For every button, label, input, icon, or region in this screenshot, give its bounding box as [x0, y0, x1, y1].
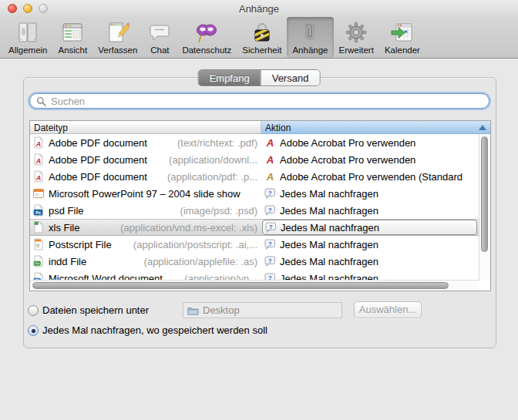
advanced-gear-icon — [345, 19, 368, 45]
toolbar-item-label: Anhänge — [292, 45, 328, 55]
svg-text:A: A — [35, 174, 42, 182]
toolbar-item-anhaenge[interactable]: Anhänge — [287, 17, 333, 58]
column-header-dateityp[interactable]: Dateityp — [30, 121, 261, 134]
radio-save-to-folder-label[interactable]: Dateien speichern unter — [42, 304, 149, 316]
vertical-scrollbar-thumb[interactable] — [481, 136, 488, 252]
table-row[interactable]: Ps psd File (image/psd: .psd) ? Jedes Ma… — [30, 202, 479, 219]
action-label: Jedes Mal nachfragen — [280, 188, 378, 200]
action-label: Jedes Mal nachfragen — [281, 222, 379, 234]
pdf-file-icon: A — [32, 136, 45, 149]
svg-text:A: A — [35, 157, 42, 165]
svg-text:?: ? — [268, 240, 272, 247]
toolbar-item-erweitert[interactable]: Erweitert — [334, 17, 379, 58]
ask-question-icon: ? — [264, 205, 277, 217]
table-row[interactable]: A Adobe PDF document (text/richtext: .pd… — [30, 134, 479, 151]
filetype-cell: Ps psd File (image/psd: .psd) — [30, 204, 261, 217]
svg-text:A: A — [266, 171, 274, 183]
ask-question-icon: ? — [264, 256, 277, 267]
filetype-cell: A Adobe PDF document (application/downl.… — [30, 153, 261, 166]
table-row[interactable]: Microsoft PowerPoint 97 – 2004 slide sho… — [30, 185, 479, 202]
filetype-name: psd File — [49, 205, 84, 217]
action-cell[interactable]: ? Jedes Mal nachfragen — [261, 203, 479, 218]
action-cell[interactable]: A Adobe Acrobat Pro verwenden — [261, 152, 479, 167]
attachments-paperclip-icon — [298, 19, 321, 45]
radio-save-to-folder[interactable] — [28, 305, 39, 316]
filetype-name: xls File — [49, 222, 79, 234]
tab-empfang[interactable]: Empfang — [199, 70, 261, 86]
radio-ask-every-time[interactable] — [28, 325, 39, 336]
search-input[interactable] — [49, 95, 483, 108]
filetype-name: Adobe PDF document — [49, 171, 147, 183]
column-header-aktion[interactable]: Aktion — [261, 121, 490, 134]
table-row[interactable]: Dw indd File (application/applefile: .as… — [30, 253, 479, 270]
toolbar-item-allgemein[interactable]: Allgemein — [3, 17, 53, 58]
window-title: Anhänge — [0, 3, 518, 15]
toolbar-item-verfassen[interactable]: Verfassen — [92, 17, 143, 58]
radio-ask-every-time-label[interactable]: Jedes Mal nachfragen, wo gespeichert wer… — [42, 324, 267, 336]
filetype-cell: Postscript File (application/postscript:… — [30, 238, 261, 250]
svg-text:?: ? — [268, 274, 272, 280]
word-file-icon: W — [32, 272, 45, 280]
calendar-icon — [390, 19, 415, 45]
horizontal-scrollbar-thumb[interactable] — [32, 282, 449, 289]
action-cell[interactable]: ? Jedes Mal nachfragen — [261, 237, 479, 252]
save-folder-value: Desktop — [203, 304, 240, 316]
action-cell[interactable]: A Adobe Acrobat Pro verwenden (Standard — [261, 169, 479, 184]
action-cell[interactable]: ? Jedes Mal nachfragen — [261, 254, 479, 269]
filetype-mime: (image/psd: .psd) — [180, 205, 261, 217]
search-icon — [36, 96, 46, 106]
svg-text:A: A — [35, 140, 42, 148]
action-cell[interactable]: ? Jedes Mal nachfragen — [261, 220, 479, 235]
filetype-name: Microsoft Word document — [49, 273, 163, 281]
choose-folder-button[interactable]: Auswählen... — [354, 301, 422, 318]
acrobat-gold-icon: A — [264, 171, 277, 183]
table-row[interactable]: Postscript File (application/postscript:… — [30, 236, 479, 253]
column-header-aktion-label: Aktion — [265, 123, 291, 133]
xls-file-icon — [32, 221, 45, 234]
filetype-name: Microsoft PowerPoint 97 – 2004 slide sho… — [49, 188, 240, 200]
table-row[interactable]: A Adobe PDF document (application/pdf: .… — [30, 168, 479, 185]
titlebar: Anhänge — [0, 0, 518, 17]
pdf-file-icon: A — [32, 170, 45, 183]
general-icon — [16, 19, 39, 45]
action-label: Jedes Mal nachfragen — [280, 205, 378, 217]
save-folder-field[interactable]: Desktop — [183, 302, 342, 318]
tab-versand[interactable]: Versand — [261, 70, 320, 86]
filetype-name: Adobe PDF document — [49, 137, 147, 149]
action-cell[interactable]: ? Jedes Mal nachfragen — [261, 270, 479, 280]
toolbar-item-kalender[interactable]: Kalender — [379, 17, 426, 58]
vertical-scrollbar[interactable] — [479, 134, 490, 280]
filetype-cell: A Adobe PDF document (text/richtext: .pd… — [30, 136, 261, 149]
search-field[interactable] — [29, 93, 489, 109]
view-icon — [61, 19, 84, 45]
filetype-cell: W Microsoft Word document (application/v… — [30, 272, 261, 280]
toolbar-item-label: Ansicht — [59, 45, 88, 55]
acrobat-red-icon: A — [264, 154, 277, 166]
horizontal-scrollbar[interactable] — [30, 280, 479, 291]
toolbar-item-ansicht[interactable]: Ansicht — [53, 17, 93, 58]
action-label: Adobe Acrobat Pro verwenden — [280, 154, 415, 166]
toolbar-item-datenschutz[interactable]: Datenschutz — [177, 17, 237, 58]
powerpoint-file-icon — [32, 187, 45, 200]
filetype-name: Adobe PDF document — [49, 154, 147, 166]
filetype-mime: (application/postscript: .ai,... — [133, 239, 261, 250]
sort-ascending-icon — [479, 125, 486, 130]
action-label: Jedes Mal nachfragen — [280, 273, 378, 281]
ask-question-icon: ? — [264, 239, 277, 250]
svg-text:?: ? — [268, 189, 272, 196]
toolbar-item-sicherheit[interactable]: Sicherheit — [237, 17, 287, 58]
toolbar-item-chat[interactable]: Chat — [143, 17, 177, 58]
table-row[interactable]: W Microsoft Word document (application/v… — [30, 270, 479, 280]
toolbar-item-label: Kalender — [385, 45, 420, 55]
chat-icon — [148, 19, 171, 45]
postscript-file-icon — [32, 238, 45, 250]
filetype-cell: A Adobe PDF document (application/pdf: .… — [30, 170, 261, 183]
table-header: Dateityp Aktion — [30, 121, 490, 134]
action-cell[interactable]: ? Jedes Mal nachfragen — [261, 186, 479, 201]
svg-text:?: ? — [268, 257, 272, 264]
table-row[interactable]: A Adobe PDF document (application/downl.… — [30, 151, 479, 168]
filetype-mime: (application/vn... — [184, 273, 261, 281]
action-cell[interactable]: A Adobe Acrobat Pro verwenden — [261, 135, 479, 150]
table-row[interactable]: xls File (application/vnd.ms-excel: .xls… — [30, 219, 479, 236]
direction-tabs: Empfang Versand — [198, 69, 321, 86]
